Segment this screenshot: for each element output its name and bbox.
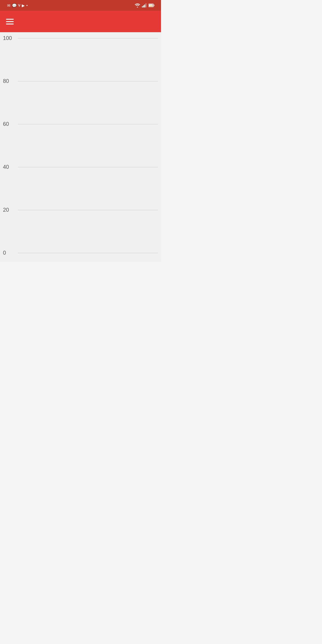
svg-rect-5: [154, 5, 154, 6]
chart-container: 020406080100: [0, 32, 161, 262]
y-axis-label: 20: [3, 207, 9, 213]
youtube-icon: ▶: [22, 3, 25, 8]
app-bar: [0, 11, 161, 32]
signal-icon: [142, 3, 147, 7]
y-axis-label: 80: [3, 78, 9, 84]
battery-icon: ⚡: [148, 3, 154, 7]
chart-area: 020406080100: [18, 38, 158, 253]
svg-rect-0: [142, 6, 143, 7]
menu-line-1: [6, 19, 14, 20]
y-axis-label: 100: [3, 35, 12, 41]
voot-icon: V: [18, 4, 20, 7]
svg-rect-2: [144, 4, 145, 7]
status-bar: ✉ 💬 V ▶ • ⚡: [0, 0, 161, 11]
y-axis-label: 60: [3, 121, 9, 127]
svg-text:⚡: ⚡: [150, 4, 152, 7]
message-icon: ✉: [7, 3, 10, 8]
y-axis-label: 40: [3, 164, 9, 170]
menu-line-2: [6, 21, 14, 22]
dot-icon: •: [26, 3, 28, 8]
status-left: ✉ 💬 V ▶ •: [5, 3, 28, 8]
grid-line: [18, 253, 158, 253]
menu-line-3: [6, 24, 14, 24]
y-axis-label: 0: [3, 250, 6, 256]
whatsapp-icon: 💬: [12, 3, 17, 8]
bars-area: [18, 38, 158, 253]
status-icons: ✉ 💬 V ▶ •: [7, 3, 28, 8]
svg-rect-3: [145, 3, 146, 7]
wifi-icon: [135, 3, 140, 7]
status-right: ⚡: [135, 3, 156, 7]
svg-rect-1: [143, 5, 144, 7]
menu-button[interactable]: [6, 19, 14, 24]
